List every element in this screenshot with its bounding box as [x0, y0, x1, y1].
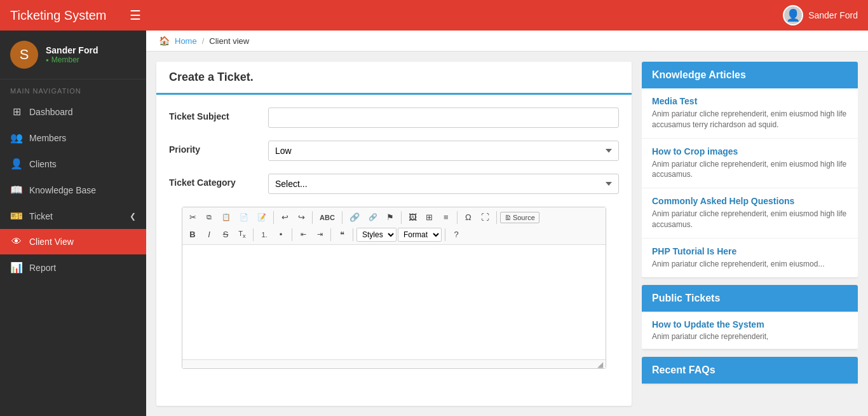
link-button[interactable]: 🔗 [346, 210, 363, 225]
form-panel: Create a Ticket. Ticket Subject Priority… [156, 62, 632, 406]
special-char-button[interactable]: Ω [461, 210, 476, 225]
toolbar-row-2: B I S Tx 1. • ⇤ ⇥ ❝ [185, 227, 603, 242]
editor-wrapper: ✂ ⧉ 📋 📄 📝 ↩ ↪ ABC [182, 207, 606, 369]
article-desc: Anim pariatur cliche reprehenderit, enim… [652, 259, 848, 270]
sidebar-item-label: Clients [29, 159, 57, 169]
article-desc: Anim pariatur cliche reprehenderit, enim… [652, 159, 848, 181]
nav-label: MAIN NAVIGATION [0, 80, 146, 99]
blockquote-button[interactable]: ❝ [334, 227, 349, 242]
toolbar-sep-8 [292, 228, 292, 241]
ticket-subject-label: Ticket Subject [169, 107, 258, 121]
paste-text-button[interactable]: 📄 [236, 211, 252, 224]
image-button[interactable]: 🖼 [405, 210, 421, 225]
sidebar-item-ticket[interactable]: 🎫 Ticket ❮ [0, 203, 146, 229]
ticket-title[interactable]: How to Update the System [652, 319, 848, 329]
ordered-list-button[interactable]: 1. [257, 228, 272, 241]
breadcrumb-home[interactable]: Home [175, 36, 197, 46]
ticket-item: How to Update the System Anim pariatur c… [642, 312, 858, 349]
cut-button[interactable]: ✂ [185, 210, 200, 225]
content-area: 🏠 Home / Client view Create a Ticket. Ti… [146, 31, 868, 416]
align-button[interactable]: ≡ [438, 210, 454, 225]
paste-button[interactable]: 📋 [218, 211, 234, 224]
right-panel: Knowledge Articles Media Test Anim paria… [642, 62, 858, 406]
sidebar: S Sander Ford Member MAIN NAVIGATION ⊞ D… [0, 31, 146, 416]
ticket-category-label: Ticket Category [169, 174, 258, 188]
sidebar-user-info: Sander Ford Member [46, 45, 98, 64]
format-select[interactable]: Format [398, 228, 442, 242]
unordered-list-button[interactable]: • [273, 227, 288, 242]
maximize-button[interactable]: ⛶ [477, 210, 493, 225]
sidebar-user-section: S Sander Ford Member [0, 31, 146, 80]
source-button[interactable]: 🖻 Source [500, 212, 539, 223]
user-area: 👤 Sander Ford [783, 5, 858, 25]
knowledge-articles-header: Knowledge Articles [642, 62, 858, 88]
unlink-button[interactable]: 🔗 [365, 211, 381, 224]
toolbar-sep-6 [496, 211, 497, 224]
sidebar-item-report[interactable]: 📊 Report [0, 254, 146, 281]
redo-button[interactable]: ↪ [294, 210, 309, 225]
resize-handle[interactable]: ◢ [597, 360, 603, 369]
ticket-subject-input[interactable] [268, 107, 619, 128]
article-item: How to Crop images Anim pariatur cliche … [642, 139, 858, 189]
hamburger-menu[interactable]: ☰ [130, 8, 141, 23]
editor-body[interactable] [182, 245, 606, 359]
spellcheck-button[interactable]: ABC [316, 211, 339, 224]
ticket-category-select[interactable]: Select... Technical Billing General [268, 174, 619, 194]
logo-light: System [60, 8, 106, 22]
undo-button[interactable]: ↩ [277, 210, 292, 225]
toolbar-sep-2 [312, 211, 313, 224]
editor-toolbar: ✂ ⧉ 📋 📄 📝 ↩ ↪ ABC [182, 207, 606, 245]
header-user-avatar: 👤 [783, 5, 803, 25]
sidebar-item-knowledge-base[interactable]: 📖 Knowledge Base [0, 177, 146, 203]
article-desc: Anim pariatur cliche reprehenderit, enim… [652, 109, 848, 130]
sidebar-item-label: Client View [29, 237, 74, 247]
italic-button[interactable]: I [201, 227, 217, 242]
toolbar-sep-4 [401, 211, 402, 224]
increase-indent-button[interactable]: ⇥ [312, 228, 327, 241]
recent-faqs-section: Recent FAQs [642, 357, 858, 384]
toolbar-row-1: ✂ ⧉ 📋 📄 📝 ↩ ↪ ABC [185, 210, 603, 225]
toolbar-sep-1 [273, 211, 274, 224]
remove-format-button[interactable]: Tx [234, 227, 250, 242]
ticket-arrow: ❮ [130, 212, 136, 221]
sidebar-item-client-view[interactable]: 👁 Client View [0, 229, 146, 254]
priority-select[interactable]: Low Medium High Urgent [268, 141, 619, 161]
toolbar-sep-3 [342, 211, 342, 224]
strikethrough-button[interactable]: S [218, 227, 233, 242]
knowledge-articles-section: Knowledge Articles Media Test Anim paria… [642, 62, 858, 277]
ticket-subject-group: Ticket Subject [169, 107, 619, 128]
bold-button[interactable]: B [185, 227, 200, 242]
report-icon: 📊 [10, 261, 23, 274]
sidebar-user-role: Member [46, 55, 98, 64]
sidebar-item-dashboard[interactable]: ⊞ Dashboard [0, 99, 146, 125]
article-title[interactable]: Media Test [652, 96, 848, 106]
sidebar-user-name: Sander Ford [46, 45, 98, 55]
paste-word-button[interactable]: 📝 [254, 211, 270, 224]
sidebar-item-label: Dashboard [29, 107, 73, 117]
copy-button[interactable]: ⧉ [201, 211, 217, 224]
sidebar-item-label: Ticket [29, 211, 53, 221]
decrease-indent-button[interactable]: ⇤ [295, 228, 311, 241]
two-col-layout: Create a Ticket. Ticket Subject Priority… [146, 52, 868, 416]
sidebar-item-members[interactable]: 👥 Members [0, 125, 146, 151]
breadcrumb-current: Client view [209, 36, 249, 46]
article-title[interactable]: How to Crop images [652, 146, 848, 156]
source-label: Source [513, 214, 535, 221]
anchor-button[interactable]: ⚑ [383, 210, 398, 225]
table-button[interactable]: ⊞ [422, 210, 437, 225]
help-button[interactable]: ? [449, 227, 464, 242]
toolbar-sep-5 [457, 211, 458, 224]
article-title[interactable]: Commonly Asked Help Questions [652, 196, 848, 206]
article-title[interactable]: PHP Tutorial Is Here [652, 246, 848, 256]
knowledge-base-icon: 📖 [10, 184, 23, 196]
public-tickets-header: Public Tickets [642, 285, 858, 312]
article-item: Media Test Anim pariatur cliche reprehen… [642, 88, 858, 139]
toolbar-sep-11 [445, 228, 445, 241]
app-logo: Ticketing System [10, 8, 107, 23]
styles-select[interactable]: Styles [356, 228, 397, 242]
ticket-icon: 🎫 [10, 210, 23, 222]
sidebar-item-clients[interactable]: 👤 Clients [0, 151, 146, 177]
toolbar-sep-10 [353, 228, 353, 241]
client-view-icon: 👁 [10, 236, 23, 247]
main-layout: S Sander Ford Member MAIN NAVIGATION ⊞ D… [0, 31, 868, 416]
